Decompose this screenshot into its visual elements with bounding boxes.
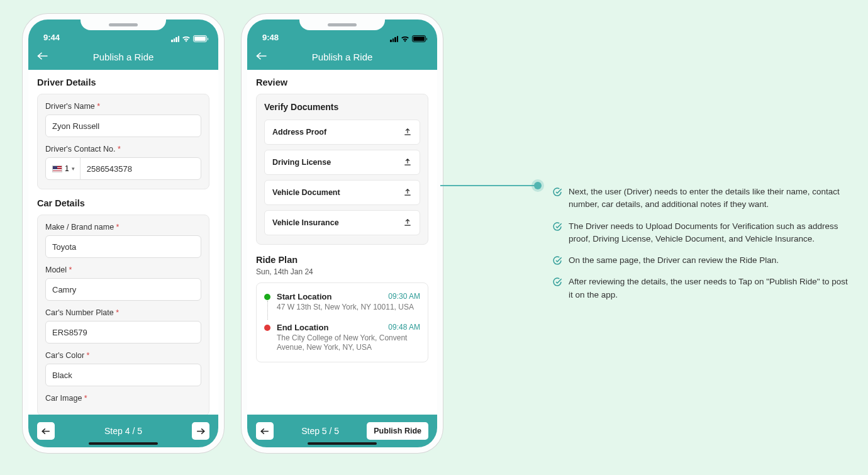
- make-input[interactable]: Toyota: [45, 235, 201, 258]
- phone-step4: 9:44 Publish a Ride Driver Details Drive…: [23, 14, 224, 453]
- home-indicator[interactable]: [89, 442, 158, 445]
- phone-notch: [299, 14, 385, 30]
- page-title: Publish a Ride: [247, 52, 437, 62]
- ride-plan-date: Sun, 14th Jan 24: [256, 267, 428, 276]
- driver-details-heading: Driver Details: [37, 77, 209, 87]
- status-icons: [171, 35, 207, 42]
- app-bar: Publish a Ride: [247, 43, 437, 70]
- doc-row-vehicle-document[interactable]: Vehicle Document: [264, 180, 420, 205]
- check-circle-icon: [552, 255, 562, 265]
- wifi-icon: [182, 36, 191, 42]
- status-time: 9:48: [262, 33, 279, 42]
- doc-row-driving-license[interactable]: Driving License: [264, 150, 420, 175]
- wifi-icon: [401, 36, 409, 42]
- upload-icon: [403, 128, 412, 137]
- check-circle-icon: [552, 187, 562, 197]
- car-details-heading: Car Details: [37, 198, 209, 208]
- car-image-label: Car Image *: [45, 394, 201, 403]
- us-flag-icon: [52, 165, 62, 172]
- plate-input[interactable]: ERS8579: [45, 321, 201, 344]
- driver-contact-input[interactable]: 1 ▾ 2586543578: [45, 157, 201, 180]
- app-bar: Publish a Ride: [28, 43, 218, 70]
- end-dot-icon: [264, 325, 270, 331]
- status-icons: [390, 35, 426, 42]
- ride-plan-card: Start Location 09:30 AM 47 W 13th St, Ne…: [256, 282, 428, 362]
- connector-line: [440, 185, 535, 186]
- step-indicator: Step 4 / 5: [104, 426, 142, 436]
- signal-icon: [171, 36, 179, 42]
- ride-end-row: End Location 09:48 AM The City College o…: [264, 323, 420, 353]
- next-button[interactable]: [192, 422, 209, 440]
- prev-button[interactable]: [256, 422, 274, 440]
- doc-row-address-proof[interactable]: Address Proof: [264, 120, 420, 145]
- review-heading: Review: [256, 77, 428, 87]
- make-label: Make / Brand name *: [45, 223, 201, 232]
- color-input[interactable]: Black: [45, 364, 201, 386]
- check-circle-icon: [552, 221, 562, 232]
- doc-row-vehicle-insurance[interactable]: Vehicle Insurance: [264, 210, 420, 235]
- note-item: Next, the user (Driver) needs to enter t…: [552, 186, 854, 211]
- model-input[interactable]: Camry: [45, 278, 201, 301]
- verify-documents-card: Verify Documents Address Proof Driving L…: [256, 94, 428, 245]
- ride-plan-heading: Ride Plan: [256, 255, 428, 265]
- start-address: 47 W 13th St, New York, NY 10011, USA: [277, 303, 420, 313]
- content-area: Driver Details Driver's Name * Zyon Russ…: [28, 70, 218, 415]
- end-label: End Location: [277, 323, 328, 332]
- home-indicator[interactable]: [308, 442, 377, 445]
- phone-step5: 9:48 Publish a Ride Review Verify Docume…: [242, 14, 443, 453]
- connector-dot-icon: [534, 182, 542, 189]
- plate-label: Car's Number Plate *: [45, 308, 201, 317]
- phone-notch: [81, 14, 166, 30]
- route-line: [267, 301, 268, 320]
- color-label: Car's Color *: [45, 351, 201, 360]
- back-arrow-icon[interactable]: [256, 50, 267, 64]
- battery-icon: [193, 35, 207, 42]
- status-time: 9:44: [43, 33, 60, 42]
- upload-icon: [403, 218, 412, 227]
- note-item: The Driver needs to Upload Documents for…: [552, 220, 854, 246]
- car-details-card: Make / Brand name * Toyota Model * Camry…: [37, 215, 209, 415]
- ride-start-row: Start Location 09:30 AM 47 W 13th St, Ne…: [264, 292, 420, 313]
- start-time: 09:30 AM: [388, 292, 420, 301]
- content-area: Review Verify Documents Address Proof Dr…: [247, 70, 437, 415]
- step-indicator: Step 5 / 5: [301, 426, 339, 436]
- verify-docs-heading: Verify Documents: [264, 102, 420, 112]
- end-time: 09:48 AM: [388, 323, 420, 332]
- signal-icon: [390, 36, 398, 42]
- upload-icon: [403, 188, 412, 197]
- chevron-down-icon: ▾: [72, 165, 75, 172]
- driver-details-card: Driver's Name * Zyon Russell Driver's Co…: [37, 94, 209, 189]
- driver-name-input[interactable]: Zyon Russell: [45, 115, 201, 137]
- check-circle-icon: [552, 277, 562, 287]
- start-label: Start Location: [277, 292, 331, 301]
- note-item: After reviewing the details, the user ne…: [552, 276, 854, 301]
- phone-number-field[interactable]: 2586543578: [81, 158, 201, 179]
- driver-contact-label: Driver's Contact No. *: [45, 145, 201, 154]
- battery-icon: [412, 35, 426, 42]
- note-item: On the same page, the Driver can review …: [552, 254, 854, 267]
- driver-name-label: Driver's Name *: [45, 102, 201, 111]
- publish-ride-button[interactable]: Publish Ride: [367, 422, 428, 440]
- country-code-selector[interactable]: 1 ▾: [46, 158, 81, 179]
- start-dot-icon: [264, 294, 270, 300]
- end-address: The City College of New York, Convent Av…: [277, 333, 420, 353]
- model-label: Model *: [45, 265, 201, 274]
- annotation-notes: Next, the user (Driver) needs to enter t…: [552, 186, 854, 310]
- upload-icon: [403, 158, 412, 167]
- prev-button[interactable]: [37, 422, 55, 440]
- back-arrow-icon[interactable]: [37, 50, 48, 64]
- page-title: Publish a Ride: [28, 52, 218, 62]
